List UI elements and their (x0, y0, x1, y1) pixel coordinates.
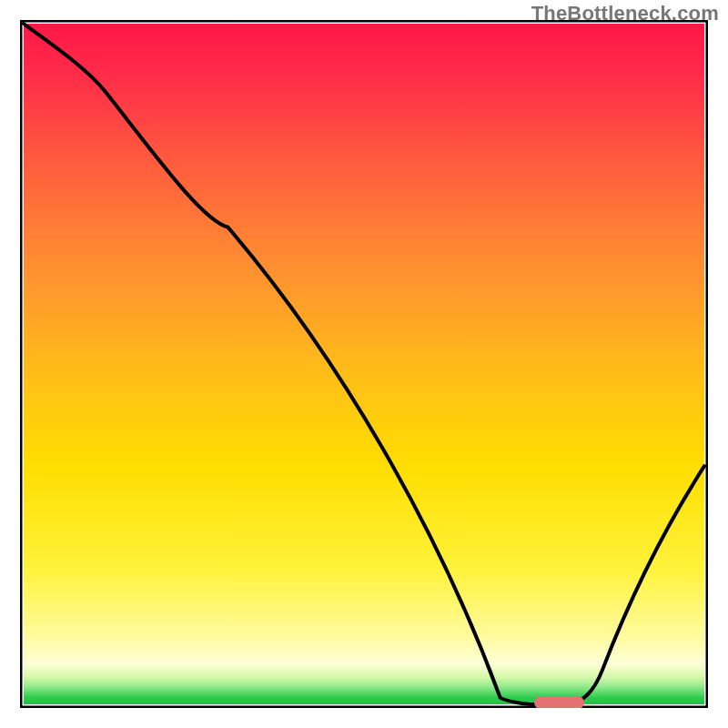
plot-area (20, 20, 708, 708)
bottleneck-chart: TheBottleneck.com (0, 0, 728, 728)
optimal-range-marker (534, 696, 584, 708)
chart-svg (20, 20, 708, 708)
heat-background (24, 24, 704, 704)
